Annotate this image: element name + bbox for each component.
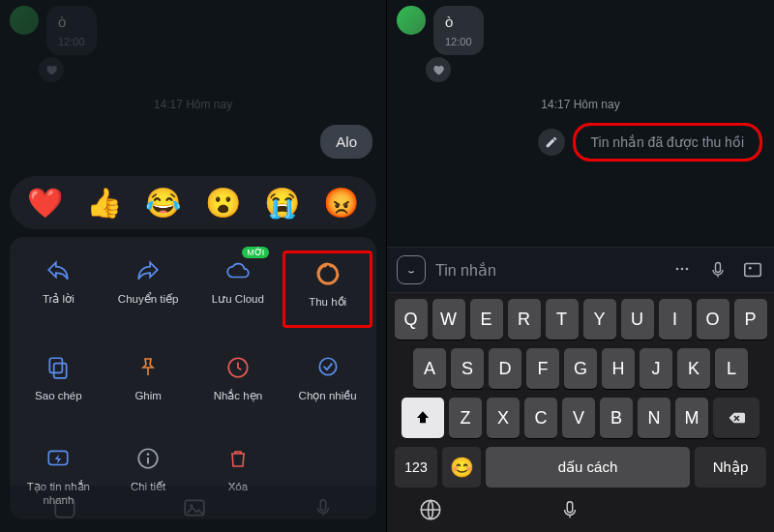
key-m[interactable]: M [675, 398, 708, 438]
key-b[interactable]: B [600, 398, 633, 438]
key-l[interactable]: L [715, 348, 748, 389]
key-p[interactable]: P [734, 299, 767, 340]
panel-context-menu: ò 12:00 14:17 Hôm nay Alo ❤️ 👍 😂 😮 😭 😡 [0, 0, 387, 532]
date-separator: 14:17 Hôm nay [0, 98, 386, 111]
key-i[interactable]: I [659, 299, 692, 340]
svg-point-17 [749, 267, 752, 270]
key-emoji[interactable]: 😊 [442, 447, 481, 488]
key-h[interactable]: H [602, 348, 635, 389]
key-space[interactable]: dấu cách [486, 447, 690, 488]
panel-recalled-result: ò 12:00 14:17 Hôm nay Tin nhắn đã được t… [387, 0, 774, 532]
svg-rect-16 [745, 264, 761, 277]
cloud-icon [222, 254, 254, 287]
keyboard-row-1: Q W E R T Y U I O P [391, 299, 770, 340]
action-remind[interactable]: Nhắc hẹn [194, 347, 283, 419]
keyboard-row-3: Z X C V B N M [391, 398, 770, 438]
key-q[interactable]: Q [395, 299, 428, 340]
message-input[interactable]: Tin nhắn [435, 261, 660, 280]
avatar[interactable] [397, 6, 426, 35]
key-v[interactable]: V [562, 398, 595, 438]
svg-point-12 [676, 268, 679, 271]
reaction-wow-icon[interactable]: 😮 [205, 186, 241, 220]
svg-rect-19 [567, 502, 573, 513]
nav-image-icon[interactable] [182, 495, 207, 520]
sticker-button[interactable] [397, 255, 426, 284]
key-123[interactable]: 123 [395, 447, 437, 488]
more-icon[interactable] [670, 259, 695, 281]
reaction-heart[interactable] [426, 57, 451, 82]
key-k[interactable]: K [677, 348, 710, 389]
message-time: 12:00 [58, 36, 85, 47]
key-c[interactable]: C [524, 398, 557, 438]
bottom-nav [0, 486, 386, 532]
message-bubble[interactable]: ò 12:00 [46, 6, 97, 55]
recalled-bubble[interactable]: Tin nhắn đã được thu hồi [575, 125, 760, 160]
key-o[interactable]: O [697, 299, 729, 340]
action-reply[interactable]: Trả lời [14, 251, 104, 328]
reaction-heart[interactable] [39, 57, 64, 82]
svg-rect-15 [716, 263, 721, 273]
key-shift[interactable] [402, 398, 444, 438]
avatar[interactable] [10, 6, 39, 35]
svg-rect-1 [54, 364, 67, 378]
reaction-angry-icon[interactable]: 😡 [323, 186, 359, 220]
message-input-bar: Tin nhắn [387, 247, 774, 293]
reaction-cry-icon[interactable]: 😭 [264, 186, 300, 220]
action-forward[interactable]: Chuyển tiếp [104, 251, 194, 328]
key-t[interactable]: T [546, 299, 579, 340]
message-time: 12:00 [445, 36, 472, 47]
incoming-message: ò 12:00 [387, 0, 774, 61]
key-r[interactable]: R [508, 299, 541, 340]
action-copy[interactable]: Sao chép [14, 347, 104, 419]
action-save-cloud[interactable]: MỚI Lưu Cloud [194, 251, 283, 328]
outgoing-message-row: Alo [0, 121, 386, 163]
edit-button[interactable] [538, 129, 565, 156]
key-x[interactable]: X [487, 398, 520, 438]
keyboard-bottom-row [391, 495, 770, 524]
key-enter[interactable]: Nhập [695, 447, 766, 488]
trash-icon [222, 442, 254, 475]
new-badge: MỚI [242, 247, 269, 258]
nav-sticker-icon[interactable] [52, 495, 77, 520]
key-s[interactable]: S [451, 348, 484, 389]
forward-icon [132, 254, 164, 287]
reaction-thumbsup-icon[interactable]: 👍 [86, 186, 122, 220]
message-text: ò [445, 14, 472, 30]
svg-point-7 [147, 453, 150, 456]
recalled-message-row: Tin nhắn đã được thu hồi [387, 121, 774, 163]
key-e[interactable]: E [470, 299, 503, 340]
svg-rect-2 [50, 358, 63, 372]
svg-point-4 [319, 358, 336, 374]
key-w[interactable]: W [432, 299, 465, 340]
svg-point-13 [681, 268, 684, 271]
key-a[interactable]: A [413, 348, 446, 389]
outgoing-bubble[interactable]: Alo [320, 125, 372, 159]
key-n[interactable]: N [638, 398, 670, 438]
key-z[interactable]: Z [449, 398, 482, 438]
pin-icon [132, 351, 164, 384]
keyboard-row-space: 123 😊 dấu cách Nhập [391, 447, 770, 488]
action-multiselect[interactable]: Chọn nhiều [283, 347, 372, 419]
key-g[interactable]: G [564, 348, 597, 389]
globe-icon[interactable] [418, 497, 443, 522]
key-j[interactable]: J [640, 348, 672, 389]
action-recall[interactable]: Thu hồi [283, 251, 372, 328]
mic-icon[interactable] [708, 259, 728, 281]
key-d[interactable]: D [489, 348, 521, 389]
key-f[interactable]: F [526, 348, 559, 389]
image-picker-icon[interactable] [741, 259, 764, 281]
bolt-message-icon [42, 442, 74, 475]
reaction-heart-icon[interactable]: ❤️ [27, 186, 63, 220]
clock-icon [222, 351, 254, 384]
key-backspace[interactable] [713, 398, 759, 438]
message-bubble[interactable]: ò 12:00 [433, 6, 484, 55]
context-action-sheet: Trả lời Chuyển tiếp MỚI Lưu Cloud Thu h [10, 237, 376, 519]
reaction-picker: ❤️ 👍 😂 😮 😭 😡 [10, 176, 376, 229]
nav-mic-icon[interactable] [313, 495, 334, 520]
action-pin[interactable]: Ghim [104, 347, 194, 419]
reaction-laugh-icon[interactable]: 😂 [145, 186, 181, 220]
recall-icon [312, 257, 344, 290]
key-u[interactable]: U [621, 299, 654, 340]
dictation-icon[interactable] [559, 497, 580, 522]
key-y[interactable]: Y [583, 299, 616, 340]
